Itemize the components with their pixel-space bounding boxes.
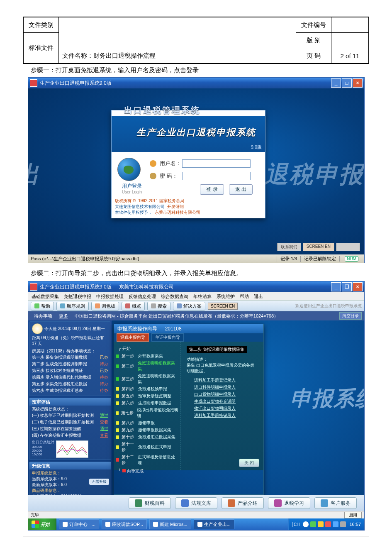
tray-icon[interactable] — [340, 521, 346, 527]
menu-item[interactable]: 免抵退税申报 — [64, 293, 91, 300]
tray-icon[interactable] — [318, 521, 324, 527]
preaudit-header: 预审评估 — [29, 398, 111, 406]
wizard-close-button[interactable]: 关 闭 — [239, 459, 259, 467]
tb-search[interactable]: 搜索 — [147, 302, 170, 311]
password-input[interactable] — [182, 172, 251, 180]
login-button[interactable]: 登 录 — [200, 184, 224, 195]
sidebar-step[interactable]: 第一步 采集免抵退税明细数据已办 — [32, 354, 108, 361]
step-status-icon — [116, 411, 119, 415]
subheader-bar: 待办事项 更多 中国出口退税咨询网 - 综合服务平台 进出口贸易和税务信息在线发… — [28, 311, 364, 320]
maximize-button[interactable]: □ — [342, 78, 352, 88]
wizard-tab-refund[interactable]: 退税申报向导 — [117, 333, 149, 342]
step-status-icon — [116, 445, 119, 449]
tb-solve[interactable]: 解决方案 — [173, 302, 205, 311]
wizard-hint-text: 采集 出口免抵退税申报所必需的各类明细数据。 — [187, 363, 254, 373]
wizard-step[interactable]: 第十一步免抵退税正式申报 — [116, 441, 179, 453]
wizard-step[interactable]: 第五步预审反馈疑点调整 — [116, 393, 179, 399]
wizard-title[interactable]: 申报系统操作向导 — 201108 — [114, 324, 263, 333]
wizard-step[interactable]: 第六步生成明细申报数据 — [116, 400, 179, 406]
bottom-ribbon: 财税百科法规文库产品介绍退税学习客户服务 — [28, 495, 364, 511]
menu-item[interactable]: 反馈信息处理 — [129, 293, 156, 300]
exit-button[interactable]: 退 出 — [229, 184, 253, 195]
menu-item[interactable]: 申报数据处理 — [96, 293, 124, 300]
restore-button[interactable]: ❐ — [342, 282, 352, 291]
more-link[interactable]: 更多 — [56, 313, 71, 319]
tray-icon[interactable] — [333, 521, 338, 527]
menu-item[interactable]: 综合数据查询 — [161, 293, 188, 300]
ribbon-button[interactable]: 退税学习 — [268, 497, 310, 509]
taskbar-app-icon — [197, 522, 202, 527]
wizard-step[interactable]: 第十步免抵退汇总数据采集 — [116, 434, 179, 440]
sidebar-step[interactable]: 第三步 接收比对免抵退凭证已办 — [32, 367, 108, 374]
wizard-step[interactable]: 第三步免抵退税明细数据采集 — [116, 373, 179, 385]
sidebar-step[interactable]: 第五步 采集免抵退税汇总数据待办 — [32, 381, 108, 387]
wizard-action-link[interactable]: 进料加工手册登记录入 — [194, 377, 258, 383]
menu-item[interactable]: 退出 — [254, 293, 263, 300]
tray-icon[interactable] — [325, 521, 331, 527]
window-titlebar[interactable]: 生产企业出口退税申报系统9.0版 _ □ × — [28, 78, 364, 88]
taskbar-item[interactable]: 订单中心 - ... — [59, 519, 99, 529]
close-button[interactable]: × — [353, 78, 363, 88]
ribbon-button[interactable]: 客户服务 — [314, 497, 357, 509]
wizard-action-link[interactable]: 收汇出口货物明细录入 — [194, 406, 258, 411]
tb-help[interactable]: 帮助 — [31, 302, 54, 311]
wizard-step[interactable]: 第七步模拟出具增值税免抵明细 — [116, 407, 179, 419]
brand-badge: SCREEN EN — [303, 243, 334, 251]
tray-icon[interactable] — [303, 521, 309, 527]
sidebar-step[interactable]: 第六步 生成免抵退税汇总表待办 — [32, 387, 108, 394]
menubar[interactable]: 基础数据采集免抵退税申报申报数据处理反馈信息处理综合数据查询年终清算系统维护帮助… — [28, 292, 364, 301]
status-path: Pass (c:\...\生产企业出口退税申报系统9.0版\pass.dbf) — [31, 256, 139, 262]
wizard-step[interactable]: 第八步撤销申报 — [116, 420, 179, 426]
label-version: 版 别 — [296, 33, 331, 48]
ribbon-button[interactable]: 法规文库 — [175, 497, 217, 509]
lang-indicator[interactable]: CH — [292, 522, 301, 527]
wizard-action-link[interactable]: 出口货物明细申报录入 — [194, 391, 258, 397]
taskbar-item[interactable]: 生产企业出... — [194, 519, 234, 529]
close-button[interactable]: × — [353, 282, 363, 291]
menu-item[interactable]: 年终清算 — [193, 293, 212, 300]
window-titlebar[interactable]: 生产企业出口退税申报系统9.0版 — 东莞市迈科科技有限公司 _ ❐ × — [28, 281, 364, 292]
panel-title: 生产企业出口退税申报系统 — [136, 126, 256, 139]
clear-button[interactable]: 清空目录 — [339, 312, 362, 320]
menu-item[interactable]: 系统维护 — [217, 293, 235, 300]
ribbon-icon — [274, 499, 282, 507]
alert-item[interactable]: (三) 过期数据存在需要提醒通过 — [32, 425, 108, 432]
wizard-step[interactable]: 第十二步正式审核反馈信息处理 — [116, 454, 179, 466]
minimize-button[interactable]: _ — [331, 282, 341, 291]
alert-item[interactable]: (一) 收息单证已过期剔除开始检测通过 — [32, 412, 108, 419]
wizard-step[interactable]: 第四步免抵退税预申报 — [116, 386, 179, 392]
sidebar-step[interactable]: 第二步 生成免抵退税调剂申报待办 — [32, 361, 108, 367]
menu-item[interactable]: 帮助 — [240, 293, 249, 300]
start-button[interactable]: 开始 — [28, 518, 56, 530]
wizard-action-link[interactable]: 进口料件明细申报录入 — [194, 384, 258, 390]
taskbar-item[interactable]: 新建 Micros... — [149, 519, 191, 529]
wizard-end: 向导完成 — [127, 469, 144, 473]
wizard-step[interactable]: 第二步免抵退税明细数据采集 — [116, 360, 179, 372]
taskbar-app-icon — [63, 522, 68, 527]
taskbar-item[interactable]: 应收调款SOP... — [102, 519, 147, 529]
wizard-tab-doc[interactable]: 单证申报向导 — [151, 333, 184, 342]
wizard-step[interactable]: 第九步撤销申报数据采集 — [116, 427, 179, 433]
alert-item[interactable]: (四) 存在逾期换汇申报数据查看 — [32, 432, 108, 439]
ribbon-button[interactable]: 产品介绍 — [222, 497, 264, 509]
todo-label[interactable]: 待办事项 — [31, 313, 56, 319]
ribbon-icon — [181, 499, 189, 507]
alert-item[interactable]: (二) 电子信息已过期剔除开始检测查看 — [32, 419, 108, 425]
wizard-step[interactable]: 第一步外部数据采集 — [116, 353, 179, 359]
contact-badge[interactable]: 联系我们 — [277, 243, 301, 251]
tb-overview[interactable]: 概览 — [122, 302, 145, 311]
username-input[interactable] — [182, 159, 251, 168]
status-toggle[interactable]: 启用 — [344, 512, 362, 518]
system-tray[interactable]: CH 16:57 — [288, 518, 364, 530]
wizard-action-link[interactable]: 进料加工手册核销录入 — [194, 413, 258, 418]
tb-order[interactable]: 顺序规则 — [56, 302, 89, 311]
minimize-button[interactable]: _ — [331, 78, 341, 88]
wizard-action-link[interactable]: 生成出口货物补充说明 — [194, 399, 258, 404]
step-status-icon — [116, 377, 119, 381]
sidebar-step[interactable]: 第四步 录入增值税代扣代缴数据待办 — [32, 374, 108, 381]
menu-item[interactable]: 基础数据采集 — [32, 293, 59, 300]
tray-icon[interactable] — [310, 521, 316, 527]
ribbon-button[interactable]: 财税百科 — [129, 497, 171, 509]
tray-clock: 16:57 — [349, 522, 361, 527]
tb-palette[interactable]: 调色板 — [91, 302, 119, 311]
